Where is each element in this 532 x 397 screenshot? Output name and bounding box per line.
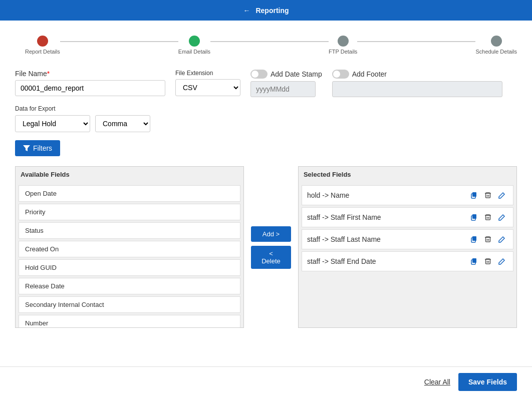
- stepper: Report Details Email Details FTP Details…: [15, 36, 517, 55]
- trash-btn-staff-last[interactable]: [482, 233, 494, 245]
- data-export-row: Legal Hold Matter Custodian Comma Pipe T…: [15, 115, 517, 132]
- selected-item-staff-first-name[interactable]: staff -> Staff First Name: [302, 207, 513, 227]
- add-button[interactable]: Add >: [251, 226, 291, 242]
- selected-item-actions: [468, 211, 508, 223]
- selected-fields-title: Selected Fields: [299, 167, 516, 182]
- selected-item-staff-last-name[interactable]: staff -> Staff Last Name: [302, 229, 513, 249]
- step-ftp-details[interactable]: FTP Details: [329, 36, 357, 55]
- step-circle-4: [491, 36, 502, 47]
- trash-btn-staff-end[interactable]: [482, 255, 494, 267]
- form-row-1: File Name* File Extension CSV XLS TXT Ad…: [15, 70, 517, 97]
- file-name-group: File Name*: [15, 70, 165, 96]
- page-footer: Clear All Save Fields: [0, 366, 532, 395]
- field-item-number[interactable]: Number: [19, 315, 240, 327]
- available-fields-panel: Available Fields Open Date Priority Stat…: [15, 166, 244, 328]
- step-circle-2: [189, 36, 200, 47]
- copy-btn-staff-end[interactable]: [468, 255, 480, 267]
- step-label-3: FTP Details: [329, 49, 357, 55]
- fields-section: Available Fields Open Date Priority Stat…: [15, 166, 517, 328]
- step-connector-1: [60, 41, 178, 42]
- back-arrow-icon[interactable]: ←: [243, 7, 250, 15]
- copy-btn-staff-first[interactable]: [468, 211, 480, 223]
- data-export-select[interactable]: Legal Hold Matter Custodian: [15, 115, 90, 132]
- add-date-stamp-group: Add Date Stamp: [250, 70, 322, 97]
- svg-rect-18: [486, 259, 490, 264]
- step-connector-3: [357, 41, 475, 42]
- page-header: ← Reporting: [0, 0, 532, 21]
- selected-item-label: staff -> Staff First Name: [307, 213, 381, 221]
- footer-toggle-slider: [332, 70, 349, 79]
- selected-item-actions: [468, 189, 508, 201]
- trash-btn-staff-first[interactable]: [482, 211, 494, 223]
- field-item-open-date[interactable]: Open Date: [19, 185, 240, 202]
- step-circle-3: [338, 36, 349, 47]
- step-circle-1: [37, 36, 48, 47]
- date-stamp-toggle[interactable]: [250, 70, 268, 79]
- filter-icon: [23, 145, 30, 152]
- field-item-secondary-contact[interactable]: Secondary Internal Contact: [19, 296, 240, 313]
- copy-btn-staff-last[interactable]: [468, 233, 480, 245]
- step-label-4: Schedule Details: [475, 49, 517, 55]
- field-item-release-date[interactable]: Release Date: [19, 278, 240, 294]
- svg-rect-17: [472, 258, 476, 263]
- field-item-priority[interactable]: Priority: [19, 204, 240, 220]
- filters-button[interactable]: Filters: [15, 140, 60, 156]
- clear-all-button[interactable]: Clear All: [424, 378, 450, 386]
- edit-btn-staff-end[interactable]: [496, 255, 508, 267]
- selected-fields-panel: Selected Fields hold -> Name: [298, 166, 517, 328]
- available-fields-list[interactable]: Open Date Priority Status Created On Hol…: [16, 182, 243, 327]
- save-fields-button[interactable]: Save Fields: [458, 373, 517, 391]
- delete-button[interactable]: < Delete: [251, 246, 291, 269]
- date-stamp-label: Add Date Stamp: [271, 70, 322, 78]
- selected-item-actions: [468, 233, 508, 245]
- edit-btn-staff-first[interactable]: [496, 211, 508, 223]
- copy-btn-hold-name[interactable]: [468, 189, 480, 201]
- data-export-label: Data for Export: [15, 105, 517, 112]
- edit-btn-staff-last[interactable]: [496, 233, 508, 245]
- selected-item-label: staff -> Staff End Date: [307, 257, 376, 265]
- delimiter-select[interactable]: Comma Pipe Tab: [95, 115, 150, 132]
- step-email-details[interactable]: Email Details: [178, 36, 210, 55]
- step-label-2: Email Details: [178, 49, 210, 55]
- step-connector-2: [210, 41, 329, 42]
- svg-marker-0: [23, 145, 30, 151]
- edit-btn-hold-name[interactable]: [496, 189, 508, 201]
- add-footer-group: Add Footer: [332, 70, 502, 97]
- main-content: Report Details Email Details FTP Details…: [0, 21, 532, 395]
- selected-item-staff-end-date[interactable]: staff -> Staff End Date: [302, 251, 513, 271]
- step-schedule-details[interactable]: Schedule Details: [475, 36, 517, 55]
- page-title: Reporting: [255, 7, 289, 15]
- footer-label: Add Footer: [352, 70, 387, 78]
- file-name-input[interactable]: [15, 80, 165, 96]
- date-stamp-toggle-slider: [250, 70, 268, 79]
- field-item-status[interactable]: Status: [19, 222, 240, 239]
- svg-rect-13: [486, 237, 490, 242]
- selected-item-label: staff -> Staff Last Name: [307, 235, 381, 243]
- file-extension-group: File Extension CSV XLS TXT: [175, 70, 240, 96]
- file-extension-label: File Extension: [175, 70, 240, 77]
- available-fields-title: Available Fields: [16, 167, 243, 182]
- svg-rect-7: [472, 214, 476, 219]
- step-report-details[interactable]: Report Details: [25, 36, 60, 55]
- selected-fields-list[interactable]: hold -> Name staff -> Staff: [299, 182, 516, 327]
- svg-rect-8: [486, 215, 490, 220]
- step-label-1: Report Details: [25, 49, 60, 55]
- svg-rect-3: [486, 193, 490, 198]
- svg-rect-2: [472, 192, 476, 197]
- field-item-created-on[interactable]: Created On: [19, 241, 240, 257]
- field-item-hold-guid[interactable]: Hold GUID: [19, 259, 240, 276]
- trash-btn-hold-name[interactable]: [482, 189, 494, 201]
- file-extension-select[interactable]: CSV XLS TXT: [175, 79, 240, 96]
- date-stamp-input[interactable]: [250, 81, 316, 97]
- transfer-buttons: Add > < Delete: [244, 226, 298, 269]
- footer-toggle[interactable]: [332, 70, 349, 79]
- selected-item-label: hold -> Name: [307, 191, 349, 199]
- selected-item-hold-name[interactable]: hold -> Name: [302, 185, 513, 205]
- svg-rect-12: [472, 236, 476, 241]
- file-name-label: File Name*: [15, 70, 165, 78]
- footer-input: [332, 81, 502, 97]
- selected-item-actions: [468, 255, 508, 267]
